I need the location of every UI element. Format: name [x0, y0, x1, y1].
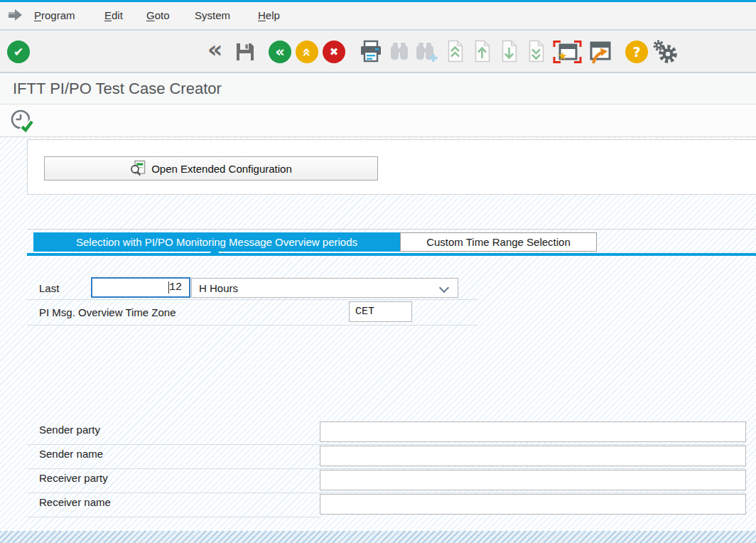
period-unit-value: H Hours [199, 282, 238, 294]
cancel-button[interactable]: ✖ [323, 41, 345, 63]
menu-item-program[interactable]: Program [34, 9, 75, 21]
next-page-button[interactable] [500, 40, 519, 63]
execute-button[interactable] [10, 108, 36, 134]
row-separator [27, 468, 746, 469]
menu-item-goto[interactable]: Goto [146, 9, 170, 21]
sender-name-input[interactable] [320, 446, 746, 466]
row-separator [27, 444, 746, 445]
double-chevron-up-icon: « [299, 47, 314, 57]
sender-name-label: Sender name [39, 448, 103, 460]
title-bar: IFTT PI/PO Test Case Creator [0, 73, 756, 104]
menu-item-help[interactable]: Help [258, 9, 280, 21]
star-icon: ★ [558, 51, 567, 62]
first-page-button[interactable] [446, 40, 465, 63]
document-magnifier-icon [130, 160, 146, 177]
pointer-hand-icon [8, 9, 23, 21]
menu-item-system[interactable]: System [195, 9, 230, 21]
page-title: IFTT PI/PO Test Case Creator [13, 80, 222, 98]
window-star-icon [551, 38, 584, 65]
cross-icon: ✖ [330, 47, 339, 58]
row-separator [27, 517, 320, 517]
receiver-name-input[interactable] [320, 494, 746, 515]
sender-party-label: Sender party [39, 424, 100, 436]
menu-item-edit[interactable]: Edit [104, 9, 123, 21]
tabstrip-underline [27, 253, 756, 256]
last-hours-input[interactable] [91, 277, 190, 298]
row-separator [27, 299, 477, 300]
check-icon: ✔ [14, 46, 23, 58]
double-chevron-left-icon: « [275, 45, 285, 60]
enter-button[interactable]: ✔ [7, 41, 30, 63]
find-next-button[interactable] [414, 42, 438, 63]
create-shortcut-button[interactable] [585, 40, 614, 64]
last-page-button[interactable] [527, 40, 546, 63]
receiver-party-input[interactable] [320, 470, 746, 490]
new-session-button[interactable]: ★ [551, 38, 584, 65]
period-unit-dropdown[interactable]: H Hours [191, 278, 458, 298]
menu-bar: Program Edit Goto System Help [0, 2, 756, 29]
help-button[interactable]: ? [625, 41, 648, 63]
sender-party-input[interactable] [320, 421, 746, 442]
row-separator [27, 493, 746, 493]
receiver-party-label: Receiver party [39, 472, 108, 484]
customize-button[interactable] [652, 39, 678, 65]
row-separator [27, 325, 477, 326]
timezone-input[interactable] [349, 301, 412, 322]
hide-toolbar-button[interactable]: « [207, 38, 222, 61]
screen-bottom-strip [0, 531, 756, 543]
last-label: Last [39, 282, 59, 294]
previous-page-button[interactable] [473, 40, 492, 63]
chevron-down-icon [439, 283, 449, 293]
print-button[interactable] [359, 40, 383, 63]
sap-gui-window: Program Edit Goto System Help ✔ « « « [0, 0, 756, 543]
application-toolbar [0, 104, 756, 137]
open-extended-configuration-button[interactable]: Open Extended Configuration [44, 156, 378, 181]
timezone-label: PI Msg. Overview Time Zone [39, 306, 176, 318]
exit-button[interactable]: « [296, 41, 318, 63]
save-button[interactable] [234, 41, 256, 63]
text-caret [168, 281, 169, 294]
open-extended-configuration-label: Open Extended Configuration [151, 163, 292, 175]
standard-toolbar: ✔ « « « ✖ [0, 31, 756, 72]
tab-custom-time-range[interactable]: Custom Time Range Selection [400, 232, 597, 252]
tabstrip-top-border [27, 229, 756, 230]
question-mark-icon: ? [632, 45, 640, 59]
receiver-name-label: Receiver name [39, 496, 111, 508]
find-button[interactable] [389, 42, 410, 62]
back-button[interactable]: « [269, 41, 291, 63]
